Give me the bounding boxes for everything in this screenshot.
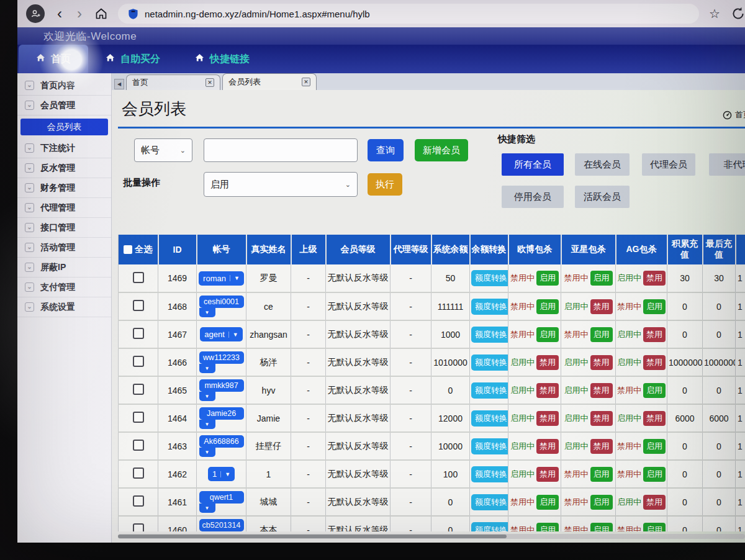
select-all-checkbox[interactable] (124, 245, 132, 254)
account-badge[interactable]: ww112233▼ (199, 351, 244, 373)
row-checkbox[interactable] (133, 384, 144, 395)
row-checkbox[interactable] (133, 523, 144, 531)
yaxing-enable-button[interactable]: 启用 (590, 495, 613, 510)
ag-disable-button[interactable]: 禁用 (643, 495, 666, 510)
oubo-disable-button[interactable]: 禁用 (536, 355, 559, 370)
quick-filter-停用会员[interactable]: 停用会员 (502, 186, 564, 208)
doc-tab-会员列表[interactable]: 会员列表✕ (222, 73, 317, 90)
breadcrumb-label[interactable]: 首页 (735, 109, 745, 120)
ag-disable-button[interactable]: 禁用 (643, 327, 666, 342)
row-checkbox[interactable] (133, 467, 144, 479)
row-checkbox[interactable] (133, 412, 144, 423)
execute-button[interactable]: 执行 (368, 173, 402, 196)
close-icon[interactable]: ✕ (205, 78, 214, 87)
add-member-button[interactable]: 新增会员 (415, 139, 468, 161)
sidebar-item-接口管理[interactable]: ⌄接口管理 (17, 218, 111, 238)
sidebar-item-会员管理[interactable]: ⌄会员管理 (17, 96, 111, 115)
ag-disable-button[interactable]: 禁用 (643, 411, 666, 426)
yaxing-enable-button[interactable]: 启用 (590, 327, 613, 342)
quick-filter-在线会员[interactable]: 在线会员 (575, 153, 630, 176)
oubo-enable-button[interactable]: 启用 (536, 271, 559, 286)
tab-scroll-left-button[interactable]: ◀ (114, 79, 124, 89)
row-checkbox[interactable] (133, 440, 144, 451)
account-badge[interactable]: 1▼ (208, 467, 235, 481)
caret-down-icon[interactable]: ▼ (199, 448, 215, 457)
search-field-select[interactable]: 帐号 ⌄ (134, 138, 192, 162)
account-badge[interactable]: roman▼ (199, 271, 244, 286)
oubo-enable-button[interactable]: 启用 (536, 523, 559, 532)
bookmark-star-icon[interactable]: ☆ (709, 6, 720, 21)
search-input[interactable] (204, 138, 358, 162)
horizontal-scrollbar[interactable] (118, 534, 745, 539)
sidebar-item-首页内容[interactable]: ⌄首页内容 (17, 76, 111, 96)
profile-button[interactable] (26, 4, 45, 23)
account-badge[interactable]: Ak668866▼ (199, 435, 244, 457)
sidebar-item-屏蔽IP[interactable]: ⌄屏蔽IP (17, 258, 111, 278)
row-checkbox[interactable] (133, 300, 144, 311)
transfer-quota-button[interactable]: 额度转换 (471, 270, 508, 286)
oubo-disable-button[interactable]: 禁用 (536, 411, 559, 426)
close-icon[interactable]: ✕ (302, 78, 310, 86)
account-badge[interactable]: Jamie26▼ (199, 407, 244, 429)
caret-down-icon[interactable]: ▼ (199, 420, 215, 429)
account-badge[interactable]: mmkk987▼ (199, 379, 244, 401)
account-badge[interactable]: cb5201314▼ (199, 519, 244, 531)
yaxing-enable-button[interactable]: 启用 (590, 523, 613, 532)
quick-filter-代理会员[interactable]: 代理会员 (642, 153, 695, 176)
transfer-quota-button[interactable]: 额度转换 (471, 466, 508, 482)
yaxing-disable-button[interactable]: 禁用 (590, 355, 613, 370)
sidebar-item-系统设置[interactable]: ⌄系统设置 (17, 297, 111, 317)
sidebar-item-下注统计[interactable]: ⌄下注统计 (17, 138, 111, 158)
sidebar-item-财务管理[interactable]: ⌄财务管理 (17, 178, 111, 198)
transfer-quota-button[interactable]: 额度转换 (471, 299, 508, 315)
doc-tab-首页[interactable]: 首页✕ (126, 75, 220, 90)
oubo-enable-button[interactable]: 启用 (536, 299, 559, 314)
ag-enable-button[interactable]: 启用 (643, 299, 666, 314)
sidebar-item-反水管理[interactable]: ⌄反水管理 (17, 158, 111, 178)
topnav-tab-自助买分[interactable]: 自助买分 (88, 45, 178, 73)
yaxing-disable-button[interactable]: 禁用 (590, 383, 613, 398)
sidebar-item-支付管理[interactable]: ⌄支付管理 (17, 278, 111, 297)
reload-icon[interactable] (730, 6, 745, 22)
quick-filter-活跃会员[interactable]: 活跃会员 (575, 186, 630, 208)
batch-operation-select[interactable]: 启用 ⌄ (204, 172, 358, 197)
account-badge[interactable]: ceshi0001▼ (199, 296, 244, 317)
search-button[interactable]: 查询 (368, 139, 404, 161)
sidebar-item-活动管理[interactable]: ⌄活动管理 (17, 238, 111, 258)
transfer-quota-button[interactable]: 额度转换 (471, 410, 508, 427)
caret-down-icon[interactable]: ▼ (199, 364, 215, 373)
transfer-quota-button[interactable]: 额度转换 (471, 355, 508, 371)
transfer-quota-button[interactable]: 额度转换 (471, 382, 508, 399)
ag-enable-button[interactable]: 启用 (643, 467, 666, 482)
oubo-disable-button[interactable]: 禁用 (536, 439, 559, 454)
address-bar[interactable]: netadmin.ng-demo.xyz/admin/Home1.aspx#me… (118, 4, 699, 24)
transfer-quota-button[interactable]: 额度转换 (471, 438, 508, 454)
ag-enable-button[interactable]: 启用 (643, 523, 666, 532)
transfer-quota-button[interactable]: 额度转换 (471, 522, 508, 532)
sidebar-subitem-会员列表[interactable]: 会员列表 (20, 119, 108, 135)
account-badge[interactable]: qwert1▼ (199, 491, 244, 513)
yaxing-disable-button[interactable]: 禁用 (590, 411, 613, 426)
quick-filter-所有全员[interactable]: 所有全员 (502, 153, 564, 176)
sidebar-item-代理管理[interactable]: ⌄代理管理 (17, 198, 111, 218)
row-checkbox[interactable] (133, 356, 144, 367)
yaxing-disable-button[interactable]: 禁用 (590, 299, 613, 314)
transfer-quota-button[interactable]: 额度转换 (471, 327, 508, 343)
caret-down-icon[interactable]: ▼ (199, 392, 215, 401)
transfer-quota-button[interactable]: 额度转换 (471, 494, 508, 510)
yaxing-disable-button[interactable]: 禁用 (590, 439, 613, 454)
scrollbar-thumb[interactable] (118, 535, 507, 538)
account-badge[interactable]: agent▼ (200, 327, 242, 341)
row-checkbox[interactable] (133, 328, 144, 339)
oubo-enable-button[interactable]: 启用 (536, 495, 559, 510)
browser-home-icon[interactable] (94, 7, 108, 20)
back-icon[interactable]: ‹ (55, 6, 65, 21)
yaxing-enable-button[interactable]: 启用 (590, 271, 613, 286)
ag-disable-button[interactable]: 禁用 (643, 271, 666, 286)
caret-down-icon[interactable]: ▼ (199, 504, 215, 513)
ag-enable-button[interactable]: 启用 (643, 383, 666, 398)
oubo-disable-button[interactable]: 禁用 (536, 383, 559, 398)
oubo-disable-button[interactable]: 禁用 (536, 467, 559, 482)
oubo-enable-button[interactable]: 启用 (536, 327, 559, 342)
row-checkbox[interactable] (133, 495, 144, 507)
